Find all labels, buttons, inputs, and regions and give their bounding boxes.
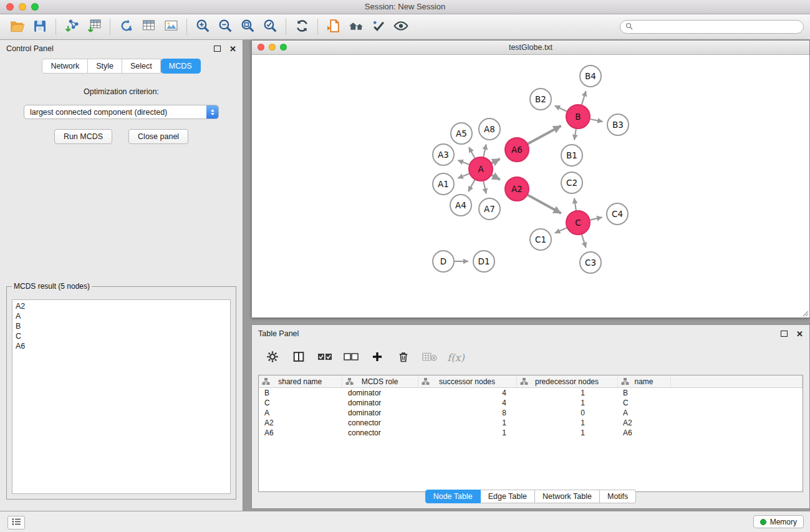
graph-node-C4[interactable]: C4 xyxy=(607,203,628,225)
tab-select[interactable]: Select xyxy=(122,59,161,74)
column-header-MCDS-role[interactable]: MCDS role xyxy=(342,375,418,388)
graph-node-A5[interactable]: A5 xyxy=(451,123,472,144)
graph-node-D[interactable]: D xyxy=(433,251,454,272)
graph-edge-B-B3[interactable] xyxy=(591,119,603,122)
float-panel-icon[interactable] xyxy=(214,46,221,52)
table-cell[interactable]: C xyxy=(259,398,342,408)
task-history-button[interactable] xyxy=(7,516,25,530)
refresh-layout-button[interactable] xyxy=(291,16,313,37)
optimization-criterion-dropdown[interactable]: largest connected component (directed) xyxy=(24,105,219,119)
graph-edge-A-A5[interactable] xyxy=(469,147,475,158)
table-cell[interactable]: 1 xyxy=(418,418,516,428)
minimize-network-window-button[interactable] xyxy=(269,44,276,51)
graph-edge-A-A3[interactable] xyxy=(458,160,469,165)
table-cell[interactable]: 1 xyxy=(516,428,617,438)
graph-node-A[interactable]: A xyxy=(469,157,493,181)
add-column-button[interactable] xyxy=(369,349,385,365)
mcds-result-list[interactable]: A2ABCA6 xyxy=(12,299,231,494)
result-item[interactable]: A6 xyxy=(12,341,230,351)
table-cell[interactable]: B xyxy=(259,388,342,399)
result-item[interactable]: B xyxy=(12,321,230,331)
close-panel-icon[interactable]: ✕ xyxy=(229,45,236,53)
zoom-in-button[interactable] xyxy=(191,16,214,37)
graph-edge-C-C2[interactable] xyxy=(574,198,576,211)
select-all-columns-button[interactable] xyxy=(317,349,333,365)
graph-node-B2[interactable]: B2 xyxy=(530,89,551,110)
table-cell[interactable]: 1 xyxy=(516,388,617,399)
table-row[interactable]: A2connector11A2 xyxy=(259,418,803,428)
minimize-window-button[interactable] xyxy=(19,3,26,11)
validate-button[interactable] xyxy=(367,16,390,37)
table-cell[interactable]: dominator xyxy=(342,388,418,399)
open-session-button[interactable] xyxy=(6,16,29,37)
table-cell[interactable]: C xyxy=(617,398,670,408)
tab-style[interactable]: Style xyxy=(88,59,122,74)
graph-node-A1[interactable]: A1 xyxy=(433,173,454,195)
graph-node-A7[interactable]: A7 xyxy=(479,198,500,220)
table-settings-button[interactable] xyxy=(264,349,281,365)
tab-edge-table[interactable]: Edge Table xyxy=(481,490,535,503)
import-network-button[interactable] xyxy=(60,16,83,37)
result-item[interactable]: A2 xyxy=(12,301,230,311)
column-sort-icon[interactable] xyxy=(422,377,430,387)
result-item[interactable]: A xyxy=(12,311,230,321)
graph-edge-A-A8[interactable] xyxy=(483,144,486,157)
graph-edge-A-A1[interactable] xyxy=(458,173,469,178)
tab-node-table[interactable]: Node Table xyxy=(425,490,481,503)
table-cell[interactable]: connector xyxy=(342,428,418,438)
table-row[interactable]: Cdominator41C xyxy=(259,398,803,408)
close-panel-button[interactable]: Close panel xyxy=(128,129,188,144)
import-table-button[interactable] xyxy=(83,16,105,37)
graph-edge-A6-B[interactable] xyxy=(528,126,561,144)
search-input[interactable] xyxy=(637,22,798,32)
memory-button[interactable]: Memory xyxy=(753,515,804,528)
column-header-predecessor-nodes[interactable]: predecessor nodes xyxy=(516,375,617,388)
table-cell[interactable]: 0 xyxy=(516,408,617,418)
tab-network[interactable]: Network xyxy=(42,59,88,74)
graph-node-A3[interactable]: A3 xyxy=(433,144,454,165)
new-network-button[interactable] xyxy=(115,16,137,37)
table-cell[interactable]: A xyxy=(259,408,342,418)
column-header-shared-name[interactable]: shared name xyxy=(259,375,342,388)
show-hide-button[interactable] xyxy=(390,16,412,37)
graph-node-B3[interactable]: B3 xyxy=(607,114,629,135)
column-sort-icon[interactable] xyxy=(621,377,629,387)
function-builder-button[interactable]: f(x) xyxy=(448,349,464,365)
new-table-button[interactable] xyxy=(137,16,160,37)
zoom-out-button[interactable] xyxy=(214,16,236,37)
graph-edge-A-A6[interactable] xyxy=(492,159,500,163)
zoom-fit-button[interactable] xyxy=(236,16,259,37)
table-cell[interactable]: dominator xyxy=(342,408,418,418)
graph-node-C[interactable]: C xyxy=(566,211,590,235)
graph-node-A4[interactable]: A4 xyxy=(450,195,471,216)
graph-node-B4[interactable]: B4 xyxy=(580,65,601,87)
resize-grip-icon[interactable] xyxy=(801,309,809,317)
table-cell[interactable]: 1 xyxy=(418,428,516,438)
graph-edge-B-B2[interactable] xyxy=(555,106,567,112)
table-cell[interactable]: A xyxy=(617,408,670,418)
column-header-name[interactable]: name xyxy=(617,375,670,388)
graph-edge-A-A7[interactable] xyxy=(483,181,486,194)
table-cell[interactable]: A6 xyxy=(259,428,342,438)
graph-node-D1[interactable]: D1 xyxy=(473,251,494,272)
tab-network-table[interactable]: Network Table xyxy=(535,490,600,503)
graph-edge-A-A2[interactable] xyxy=(492,175,500,180)
maximize-network-window-button[interactable] xyxy=(280,44,287,51)
table-cell[interactable]: 4 xyxy=(418,388,516,399)
graph-node-B1[interactable]: B1 xyxy=(561,145,582,166)
graph-edge-B-B1[interactable] xyxy=(574,129,576,140)
column-sort-icon[interactable] xyxy=(345,377,354,387)
result-item[interactable]: C xyxy=(12,331,230,341)
unselect-all-columns-button[interactable] xyxy=(343,349,359,365)
save-session-button[interactable] xyxy=(29,16,51,37)
delete-row-button[interactable] xyxy=(395,349,412,365)
maximize-window-button[interactable] xyxy=(31,3,39,11)
table-cell[interactable]: 8 xyxy=(418,408,516,418)
graph-edge-A2-C[interactable] xyxy=(528,195,561,213)
graph-node-C2[interactable]: C2 xyxy=(561,172,582,193)
graph-edge-B-B4[interactable] xyxy=(582,91,586,105)
graph-node-A8[interactable]: A8 xyxy=(479,118,500,140)
tab-motifs[interactable]: Motifs xyxy=(600,490,636,503)
table-cell[interactable]: dominator xyxy=(342,398,418,408)
zoom-selected-button[interactable] xyxy=(259,16,281,37)
